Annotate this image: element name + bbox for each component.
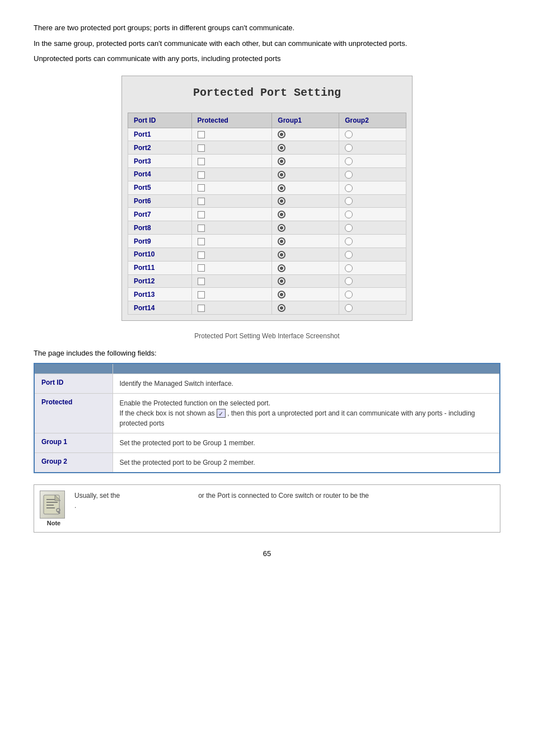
group1-radio-cell[interactable] [272,194,339,208]
group1-radio-cell[interactable] [272,235,339,248]
field-desc-protected: Enable the Protected function on the sel… [113,393,500,433]
table-row: Port11 [128,261,406,274]
group1-radio-cell[interactable] [272,288,339,301]
group2-radio[interactable] [345,304,353,312]
protected-checkbox-cell[interactable] [191,208,272,221]
port-name-cell: Port7 [128,208,192,221]
checkbox-control[interactable] [198,305,205,312]
group2-radio-cell[interactable] [339,221,406,235]
checkbox-control[interactable] [198,251,205,259]
group1-radio-cell[interactable] [272,248,339,261]
group2-radio-cell[interactable] [339,181,406,194]
group2-radio-cell[interactable] [339,167,406,181]
group2-radio[interactable] [345,144,353,152]
field-row-group2: Group 2 Set the protected port to be Gro… [34,452,500,473]
group1-radio[interactable] [278,130,285,138]
protected-checkbox-cell[interactable] [191,167,272,181]
group2-radio-cell[interactable] [339,301,406,315]
protected-checkbox-cell[interactable] [191,221,272,235]
group2-radio[interactable] [345,197,353,205]
group2-radio[interactable] [345,251,353,259]
group2-radio[interactable] [345,277,353,285]
protected-checkbox-cell[interactable] [191,155,272,168]
group1-radio[interactable] [278,171,285,179]
protected-checkbox-cell[interactable] [191,274,272,288]
group1-radio-cell[interactable] [272,301,339,315]
group1-radio-cell[interactable] [272,261,339,274]
group2-radio-cell[interactable] [339,128,406,141]
group2-radio[interactable] [345,211,353,218]
protected-checkbox-cell[interactable] [191,288,272,301]
group1-radio-cell[interactable] [272,221,339,235]
protected-checkbox-cell[interactable] [191,261,272,274]
group1-radio-cell[interactable] [272,181,339,194]
group1-radio[interactable] [278,197,285,205]
checkbox-control[interactable] [198,211,205,218]
checkbox-example: ✓ [217,409,226,418]
group2-radio-cell[interactable] [339,288,406,301]
port-name-cell: Port12 [128,274,192,288]
group2-radio-cell[interactable] [339,274,406,288]
port-name-cell: Port13 [128,288,192,301]
group1-radio-cell[interactable] [272,155,339,168]
group2-radio[interactable] [345,291,353,298]
group2-radio-cell[interactable] [339,261,406,274]
group2-radio-cell[interactable] [339,155,406,168]
checkbox-control[interactable] [198,131,205,138]
group1-radio[interactable] [278,277,285,285]
group1-radio[interactable] [278,237,285,245]
group2-radio-cell[interactable] [339,141,406,155]
group1-radio[interactable] [278,304,285,312]
protected-checkbox-cell[interactable] [191,128,272,141]
group2-radio[interactable] [345,264,353,272]
group1-radio[interactable] [278,291,285,298]
checkbox-control[interactable] [198,238,205,245]
port-name-label: Port3 [134,157,151,165]
table-caption: Protected Port Setting Web Interface Scr… [34,332,500,340]
field-row-protected: Protected Enable the Protected function … [34,393,500,433]
checkbox-control[interactable] [198,291,205,298]
checkbox-control[interactable] [198,278,205,285]
group2-radio[interactable] [345,157,353,165]
group1-radio-cell[interactable] [272,274,339,288]
group1-radio[interactable] [278,224,285,232]
checkbox-control[interactable] [198,144,205,152]
group1-radio-cell[interactable] [272,208,339,221]
group2-radio-cell[interactable] [339,208,406,221]
group1-radio[interactable] [278,157,285,165]
group1-radio[interactable] [278,211,285,218]
protected-checkbox-cell[interactable] [191,181,272,194]
protected-checkbox-cell[interactable] [191,248,272,261]
group1-radio[interactable] [278,144,285,152]
group1-radio[interactable] [278,251,285,259]
field-name-group2: Group 2 [34,452,113,473]
group2-radio-cell[interactable] [339,248,406,261]
protected-desc1: Enable the Protected function on the sel… [120,399,271,407]
port-name-label: Port7 [134,211,151,218]
group1-radio-cell[interactable] [272,128,339,141]
group1-radio-cell[interactable] [272,141,339,155]
group2-radio-cell[interactable] [339,194,406,208]
group2-radio[interactable] [345,237,353,245]
checkbox-control[interactable] [198,264,205,272]
protected-checkbox-cell[interactable] [191,235,272,248]
checkbox-control[interactable] [198,171,205,179]
group1-radio[interactable] [278,184,285,192]
port-table: Port ID Protected Group1 Group2 Port1Por… [128,113,406,315]
group2-radio-cell[interactable] [339,235,406,248]
group2-radio[interactable] [345,130,353,138]
group1-radio-cell[interactable] [272,167,339,181]
checkbox-control[interactable] [198,184,205,192]
protected-checkbox-cell[interactable] [191,141,272,155]
checkbox-control[interactable] [198,225,205,232]
checkbox-control[interactable] [198,158,205,165]
group2-radio[interactable] [345,171,353,179]
group2-radio[interactable] [345,224,353,232]
group2-radio[interactable] [345,184,353,192]
protected-checkbox-cell[interactable] [191,301,272,315]
col-group1: Group1 [272,113,339,128]
group1-radio[interactable] [278,264,285,272]
checkbox-control[interactable] [198,198,205,205]
protected-checkbox-cell[interactable] [191,194,272,208]
field-name-port-id: Port ID [34,374,113,393]
